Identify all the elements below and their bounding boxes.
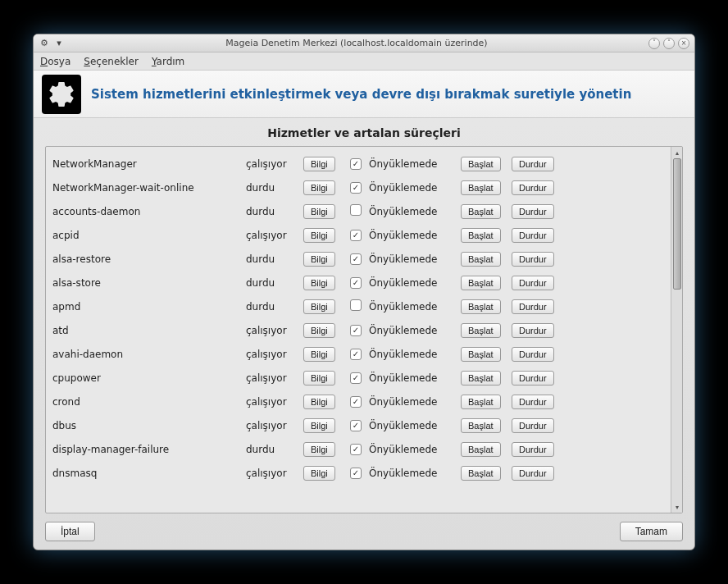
onboot-checkbox[interactable]: ✓ (350, 468, 362, 479)
start-button[interactable]: Başlat (461, 395, 501, 409)
stop-button[interactable]: Durdur (512, 157, 554, 171)
menu-options[interactable]: Seçenekler (84, 56, 139, 67)
onboot-checkbox[interactable]: ✓ (350, 158, 362, 170)
info-button[interactable]: Bilgi (303, 466, 335, 481)
service-row: avahi-daemonçalışıyorBilgi✓ÖnyüklemedeBa… (52, 342, 664, 366)
window-title: Mageia Denetim Merkezi (localhost.locald… (65, 38, 648, 48)
service-name: crond (52, 396, 241, 408)
service-name: NetworkManager-wait-online (52, 182, 241, 194)
service-row: crondçalışıyorBilgi✓ÖnyüklemedeBaşlatDur… (52, 390, 664, 413)
start-button[interactable]: Başlat (461, 442, 501, 457)
stop-button[interactable]: Durdur (512, 180, 554, 195)
maximize-button[interactable]: ˄ (663, 38, 675, 49)
stop-button[interactable]: Durdur (512, 347, 554, 362)
start-button[interactable]: Başlat (461, 180, 501, 195)
close-button[interactable]: × (678, 38, 689, 49)
main-window: ⚙ ▾ Mageia Denetim Merkezi (localhost.lo… (33, 34, 695, 550)
service-status: çalışıyor (246, 230, 298, 241)
start-button[interactable]: Başlat (461, 466, 501, 481)
onboot-checkbox[interactable]: ✓ (350, 396, 362, 408)
dropdown-icon[interactable]: ▾ (53, 38, 65, 49)
start-button[interactable]: Başlat (461, 299, 501, 314)
stop-button[interactable]: Durdur (512, 323, 554, 338)
service-status: durdu (246, 301, 298, 313)
stop-button[interactable]: Durdur (512, 371, 554, 386)
onboot-checkbox[interactable]: ✓ (350, 420, 362, 431)
service-row: alsa-restoredurduBilgi✓ÖnyüklemedeBaşlat… (52, 247, 664, 271)
onboot-checkbox[interactable]: ✓ (350, 253, 362, 265)
onboot-label: Önyüklemede (369, 230, 456, 241)
service-name: avahi-daemon (52, 349, 241, 360)
onboot-checkbox[interactable]: ✓ (350, 230, 362, 241)
start-button[interactable]: Başlat (461, 347, 501, 362)
info-button[interactable]: Bilgi (303, 157, 335, 171)
info-button[interactable]: Bilgi (303, 371, 335, 386)
page-title: Sistem hizmetlerini etkinleştirmek veya … (91, 87, 631, 102)
cancel-button[interactable]: İptal (45, 522, 95, 541)
service-name: alsa-store (52, 277, 241, 289)
stop-button[interactable]: Durdur (512, 418, 554, 433)
stop-button[interactable]: Durdur (512, 228, 554, 243)
info-button[interactable]: Bilgi (303, 204, 335, 219)
minimize-button[interactable]: ˅ (648, 38, 660, 49)
gear-icon (42, 75, 81, 114)
scroll-thumb[interactable] (673, 158, 681, 290)
onboot-label: Önyüklemede (369, 301, 456, 313)
scroll-down-icon[interactable]: ▾ (671, 501, 683, 513)
service-name: dnsmasq (52, 468, 241, 479)
info-button[interactable]: Bilgi (303, 418, 335, 433)
info-button[interactable]: Bilgi (303, 347, 335, 362)
service-status: durdu (246, 277, 298, 289)
service-status: çalışıyor (246, 420, 298, 431)
service-name: dbus (52, 420, 241, 431)
onboot-checkbox[interactable]: ✓ (350, 444, 362, 455)
service-row: display-manager-failuredurduBilgi✓Önyükl… (52, 437, 664, 461)
info-button[interactable]: Bilgi (303, 442, 335, 457)
start-button[interactable]: Başlat (461, 418, 501, 433)
service-name: acpid (52, 230, 241, 241)
service-status: çalışıyor (246, 158, 298, 170)
start-button[interactable]: Başlat (461, 371, 501, 386)
stop-button[interactable]: Durdur (512, 299, 554, 314)
onboot-label: Önyüklemede (369, 444, 456, 455)
onboot-checkbox[interactable]: ✓ (350, 277, 362, 289)
info-button[interactable]: Bilgi (303, 228, 335, 243)
service-status: durdu (246, 444, 298, 455)
start-button[interactable]: Başlat (461, 204, 501, 219)
onboot-checkbox[interactable]: ✓ (350, 372, 362, 384)
start-button[interactable]: Başlat (461, 157, 501, 171)
onboot-checkbox[interactable] (350, 299, 362, 311)
scroll-up-icon[interactable]: ▴ (671, 147, 683, 158)
info-button[interactable]: Bilgi (303, 323, 335, 338)
service-status: çalışıyor (246, 372, 298, 384)
start-button[interactable]: Başlat (461, 228, 501, 243)
onboot-checkbox[interactable]: ✓ (350, 349, 362, 360)
ok-button[interactable]: Tamam (620, 522, 683, 541)
info-button[interactable]: Bilgi (303, 299, 335, 314)
info-button[interactable]: Bilgi (303, 180, 335, 195)
info-button[interactable]: Bilgi (303, 276, 335, 290)
start-button[interactable]: Başlat (461, 252, 501, 267)
onboot-checkbox[interactable]: ✓ (350, 325, 362, 336)
onboot-checkbox[interactable]: ✓ (350, 182, 362, 194)
services-panel: NetworkManagerçalışıyorBilgi✓Önyüklemede… (45, 146, 683, 513)
menu-help[interactable]: Yardım (152, 56, 184, 67)
stop-button[interactable]: Durdur (512, 442, 554, 457)
onboot-checkbox[interactable] (350, 204, 362, 216)
start-button[interactable]: Başlat (461, 323, 501, 338)
service-name: accounts-daemon (52, 206, 241, 217)
service-status: çalışıyor (246, 349, 298, 360)
start-button[interactable]: Başlat (461, 276, 501, 290)
stop-button[interactable]: Durdur (512, 204, 554, 219)
stop-button[interactable]: Durdur (512, 276, 554, 290)
stop-button[interactable]: Durdur (512, 466, 554, 481)
scrollbar[interactable]: ▴ ▾ (671, 147, 682, 513)
stop-button[interactable]: Durdur (512, 395, 554, 409)
info-button[interactable]: Bilgi (303, 395, 335, 409)
info-button[interactable]: Bilgi (303, 252, 335, 267)
menu-file[interactable]: Dosya (40, 56, 71, 67)
onboot-label: Önyüklemede (369, 468, 456, 479)
onboot-label: Önyüklemede (369, 396, 456, 408)
stop-button[interactable]: Durdur (512, 252, 554, 267)
service-row: NetworkManager-wait-onlinedurduBilgi✓Öny… (52, 176, 664, 199)
